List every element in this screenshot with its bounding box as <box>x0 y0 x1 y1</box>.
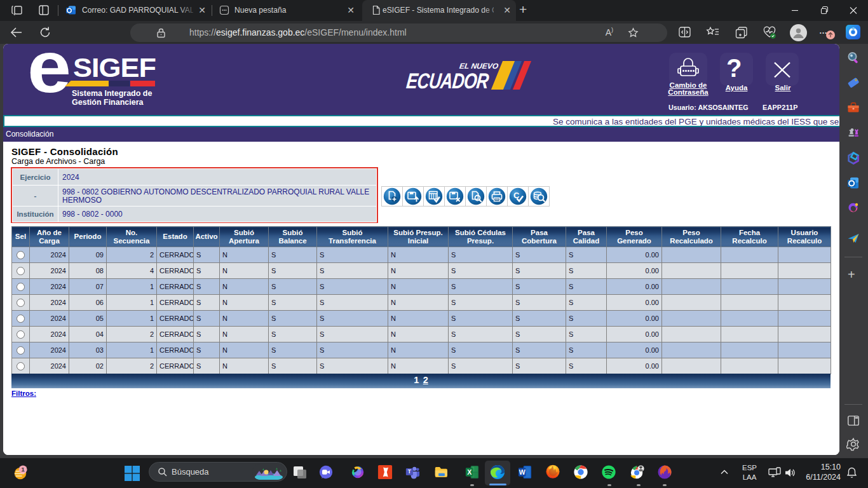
svg-text:C: C <box>513 191 520 200</box>
svg-text:X: X <box>467 468 471 476</box>
svg-text:W: W <box>519 468 526 476</box>
svg-text:T: T <box>408 468 411 475</box>
svg-text:1: 1 <box>22 466 25 473</box>
